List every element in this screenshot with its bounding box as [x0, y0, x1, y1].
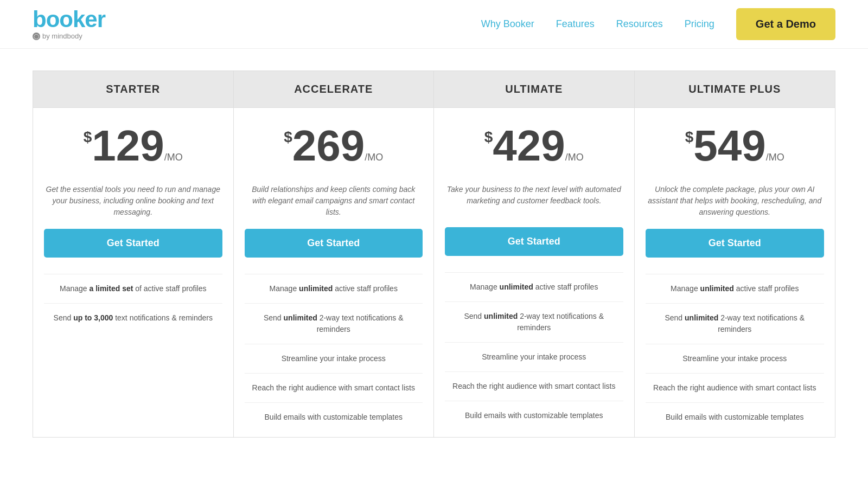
feature-item: Reach the right audience with smart cont…: [245, 373, 423, 402]
feature-item: Streamline your intake process: [245, 344, 423, 373]
logo-text: booker: [33, 8, 105, 31]
plan-price-area-starter: $129/MO: [33, 108, 233, 178]
plan-description-ultimate-plus: Unlock the complete package, plus your o…: [635, 178, 835, 229]
price-period-ultimate: /MO: [565, 152, 584, 162]
plan-card-ultimate-plus: ULTIMATE PLUS$549/MOUnlock the complete …: [635, 71, 835, 437]
feature-item: Manage unlimited active staff profiles: [445, 272, 623, 301]
nav-why-booker[interactable]: Why Booker: [481, 18, 534, 30]
price-dollar-ultimate-plus: $: [685, 130, 694, 145]
feature-bold: up to 3,000: [73, 313, 113, 322]
feature-item: Streamline your intake process: [646, 344, 825, 373]
plan-description-accelerate: Build relationships and keep clients com…: [234, 178, 434, 229]
nav-pricing[interactable]: Pricing: [685, 18, 714, 30]
plan-description-starter: Get the essential tools you need to run …: [33, 178, 233, 229]
get-started-button-accelerate[interactable]: Get Started: [245, 229, 423, 258]
plan-card-starter: STARTER$129/MOGet the essential tools yo…: [33, 71, 234, 437]
feature-item: Manage unlimited active staff profiles: [245, 274, 423, 303]
plan-name-accelerate: ACCELERATE: [234, 71, 434, 108]
feature-item: Send unlimited 2-way text notifications …: [445, 301, 623, 342]
plan-name-ultimate-plus: ULTIMATE PLUS: [635, 71, 835, 108]
nav-resources[interactable]: Resources: [616, 18, 663, 30]
price-period-starter: /MO: [164, 152, 183, 162]
get-started-button-ultimate[interactable]: Get Started: [445, 227, 623, 256]
price-amount-accelerate: 269: [292, 124, 365, 168]
nav-features[interactable]: Features: [556, 18, 595, 30]
price-dollar-ultimate: $: [484, 130, 493, 145]
price-dollar-starter: $: [84, 130, 92, 145]
feature-bold: unlimited: [700, 284, 734, 293]
price-dollar-accelerate: $: [284, 130, 292, 145]
plan-card-accelerate: ACCELERATE$269/MOBuild relationships and…: [234, 71, 435, 437]
feature-list-ultimate: Manage unlimited active staff profilesSe…: [434, 267, 634, 437]
plan-card-ultimate: ULTIMATE$429/MOTake your business to the…: [434, 71, 635, 437]
feature-bold: a limited set: [89, 284, 133, 293]
logo-sub: ◯ by mindbody: [33, 32, 82, 40]
main-nav: Why Booker Features Resources Pricing Ge…: [481, 8, 835, 40]
plan-price-starter: $129/MO: [44, 124, 222, 168]
price-amount-starter: 129: [92, 124, 164, 168]
logo-area: booker ◯ by mindbody: [33, 8, 105, 40]
price-period-ultimate-plus: /MO: [766, 152, 784, 162]
feature-item: Reach the right audience with smart cont…: [445, 371, 623, 401]
feature-item: Send unlimited 2-way text notifications …: [646, 303, 825, 344]
mindbody-icon: ◯: [33, 33, 40, 40]
logo-sub-text: by mindbody: [42, 32, 82, 40]
feature-list-starter: Manage a limited set of active staff pro…: [33, 268, 233, 437]
feature-item: Send up to 3,000 text notifications & re…: [44, 303, 222, 332]
plan-price-ultimate: $429/MO: [445, 124, 623, 168]
get-demo-button[interactable]: Get a Demo: [736, 8, 835, 40]
plan-price-ultimate-plus: $549/MO: [646, 124, 825, 168]
feature-item: Build emails with customizable templates: [245, 402, 423, 432]
get-started-button-starter[interactable]: Get Started: [44, 229, 222, 258]
pricing-section: STARTER$129/MOGet the essential tools yo…: [0, 49, 868, 470]
feature-bold: unlimited: [284, 313, 317, 322]
plan-description-ultimate: Take your business to the next level wit…: [434, 178, 634, 227]
plan-name-ultimate: ULTIMATE: [434, 71, 634, 108]
plan-price-accelerate: $269/MO: [245, 124, 423, 168]
plan-name-starter: STARTER: [33, 71, 233, 108]
feature-bold: unlimited: [484, 312, 518, 320]
feature-item: Manage a limited set of active staff pro…: [44, 274, 222, 303]
feature-bold: unlimited: [500, 282, 533, 291]
site-header: booker ◯ by mindbody Why Booker Features…: [0, 0, 868, 49]
get-started-button-ultimate-plus[interactable]: Get Started: [646, 229, 825, 258]
feature-item: Send unlimited 2-way text notifications …: [245, 303, 423, 344]
feature-list-accelerate: Manage unlimited active staff profilesSe…: [234, 268, 434, 437]
feature-bold: unlimited: [685, 313, 718, 322]
plan-price-area-ultimate: $429/MO: [434, 108, 634, 178]
feature-list-ultimate-plus: Manage unlimited active staff profilesSe…: [635, 268, 835, 437]
feature-item: Build emails with customizable templates: [445, 401, 623, 430]
price-amount-ultimate-plus: 549: [693, 124, 765, 168]
price-amount-ultimate: 429: [493, 124, 565, 168]
feature-item: Reach the right audience with smart cont…: [646, 373, 825, 402]
feature-item: Build emails with customizable templates: [646, 402, 825, 432]
feature-item: Manage unlimited active staff profiles: [646, 274, 825, 303]
feature-bold: unlimited: [299, 284, 333, 293]
plans-grid: STARTER$129/MOGet the essential tools yo…: [33, 70, 835, 438]
price-period-accelerate: /MO: [365, 152, 383, 162]
feature-item: Streamline your intake process: [445, 342, 623, 371]
plan-price-area-accelerate: $269/MO: [234, 108, 434, 178]
plan-price-area-ultimate-plus: $549/MO: [635, 108, 835, 178]
